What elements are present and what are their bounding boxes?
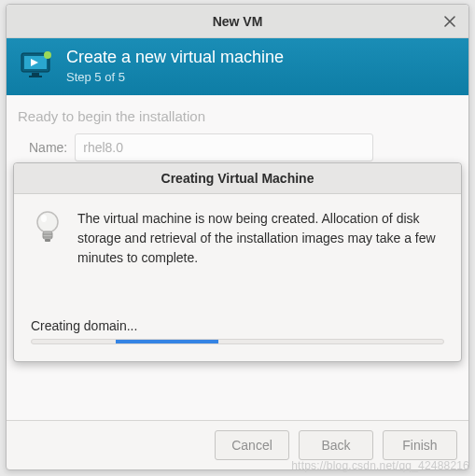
svg-rect-11: [45, 239, 50, 242]
dialog-row: The virtual machine is now being created…: [31, 209, 444, 268]
svg-rect-8: [43, 231, 52, 239]
titlebar: New VM: [7, 5, 468, 38]
progress-bar: [31, 339, 444, 344]
svg-point-7: [41, 215, 47, 222]
name-label: Name:: [29, 140, 67, 155]
dialog-message: The virtual machine is now being created…: [77, 209, 444, 268]
wizard-title: Create a new virtual machine: [66, 48, 284, 68]
dialog-body: The virtual machine is now being created…: [14, 194, 461, 361]
monitor-icon: [20, 49, 55, 81]
wizard-header: Create a new virtual machine Step 5 of 5: [7, 38, 468, 95]
lightbulb-icon: [31, 209, 64, 253]
svg-point-6: [37, 212, 58, 232]
wizard-footer: Cancel Back Finish: [7, 420, 468, 469]
cancel-button[interactable]: Cancel: [215, 430, 289, 460]
svg-rect-4: [29, 76, 42, 77]
name-input[interactable]: [75, 133, 373, 161]
header-text: Create a new virtual machine Step 5 of 5: [66, 48, 284, 84]
back-button[interactable]: Back: [299, 430, 373, 460]
ready-label: Ready to begin the installation: [18, 108, 457, 124]
finish-button[interactable]: Finish: [383, 430, 457, 460]
close-icon[interactable]: [440, 12, 459, 31]
progress-dialog: Creating Virtual Machine The virtual mac…: [13, 162, 462, 362]
dialog-status: Creating domain...: [31, 318, 444, 333]
name-row: Name:: [29, 133, 457, 161]
svg-rect-3: [32, 73, 39, 76]
wizard-step: Step 5 of 5: [66, 70, 284, 84]
progress-bar-fill: [116, 340, 218, 343]
dialog-title: Creating Virtual Machine: [14, 163, 461, 194]
window-title: New VM: [213, 14, 263, 29]
svg-point-5: [44, 51, 51, 59]
